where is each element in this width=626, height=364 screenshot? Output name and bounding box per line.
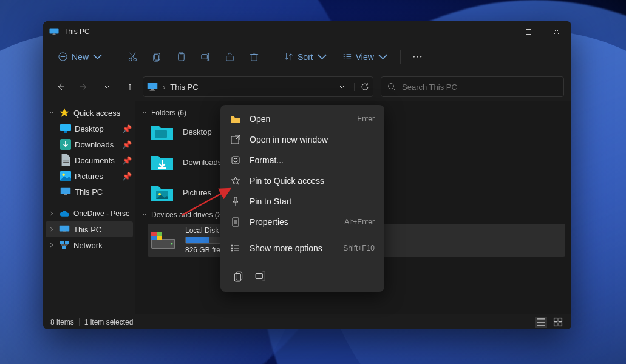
svg-rect-53 (63, 232, 66, 233)
folders-header-label: Folders (6) (151, 109, 186, 117)
chevron-down-icon (92, 52, 103, 62)
up-button[interactable] (120, 76, 140, 97)
document-icon (60, 155, 71, 165)
svg-point-41 (389, 84, 394, 89)
chevron-down-icon[interactable] (141, 110, 148, 116)
download-icon (60, 140, 71, 149)
svg-rect-0 (50, 29, 59, 34)
svg-rect-43 (60, 124, 71, 131)
svg-point-72 (234, 158, 237, 162)
search-icon (387, 83, 396, 91)
ctx-format[interactable]: Format... (224, 150, 381, 170)
pin-icon (230, 196, 241, 207)
view-button[interactable]: View (336, 46, 394, 68)
svg-rect-51 (64, 194, 67, 195)
sidebar-item-downloads[interactable]: Downloads 📌 (46, 136, 133, 152)
new-button[interactable]: New (52, 46, 109, 68)
this-pc-icon (49, 28, 59, 35)
delete-button[interactable] (243, 46, 265, 68)
this-pc-icon (60, 187, 71, 197)
toolbar: New Sort View (43, 42, 571, 72)
share-button[interactable] (219, 46, 240, 68)
sort-label: Sort (298, 52, 313, 62)
copy-icon[interactable] (233, 270, 245, 282)
refresh-button[interactable] (354, 83, 369, 91)
forward-button[interactable] (73, 76, 94, 97)
chevron-right-icon[interactable] (48, 211, 55, 217)
folder-label: Downloads (183, 158, 222, 167)
folder-label: Desktop (183, 127, 212, 136)
address-bar[interactable]: › This PC (143, 76, 373, 97)
svg-point-34 (420, 56, 421, 57)
close-button[interactable] (542, 21, 570, 42)
sidebar-network[interactable]: Network (46, 237, 133, 253)
new-label: New (72, 52, 89, 62)
open-new-window-icon (230, 134, 241, 145)
ctx-properties[interactable]: Properties Alt+Enter (224, 212, 381, 232)
pin-icon: 📌 (122, 140, 129, 149)
ctx-open-new-window[interactable]: Open in new window (224, 129, 381, 150)
sort-button[interactable]: Sort (277, 46, 333, 68)
rename-icon[interactable] (254, 270, 267, 282)
sidebar-item-desktop[interactable]: Desktop 📌 (46, 121, 133, 136)
svg-rect-52 (60, 226, 70, 232)
svg-point-63 (171, 243, 173, 245)
svg-point-49 (62, 174, 65, 177)
svg-rect-94 (554, 318, 557, 321)
sidebar-quick-access[interactable]: Quick access (46, 105, 133, 121)
minimize-button[interactable] (486, 21, 514, 42)
sidebar-onedrive[interactable]: OneDrive - Personal (46, 206, 133, 221)
format-icon (230, 155, 241, 166)
svg-point-11 (133, 58, 136, 61)
tiles-view-toggle[interactable] (552, 317, 564, 328)
more-button[interactable] (407, 46, 429, 68)
rename-button[interactable] (194, 46, 216, 68)
navigation-row: › This PC (43, 72, 571, 101)
details-view-toggle[interactable] (535, 317, 547, 328)
drives-header-label: Devices and drives (2) (151, 211, 223, 219)
sidebar-item-thispc[interactable]: This PC (46, 184, 133, 200)
sidebar-item-pictures[interactable]: Pictures 📌 (46, 168, 133, 184)
properties-icon (230, 217, 241, 228)
maximize-button[interactable] (514, 21, 542, 42)
copy-button[interactable] (146, 46, 168, 68)
chevron-down-icon (378, 52, 388, 62)
svg-line-42 (393, 89, 395, 90)
cut-button[interactable] (121, 46, 143, 68)
address-path: This PC (170, 83, 198, 92)
svg-rect-55 (65, 241, 69, 244)
status-bar: 8 items 1 item selected (43, 314, 571, 329)
sidebar-label: This PC (73, 225, 129, 234)
svg-rect-18 (201, 55, 206, 59)
ctx-show-more[interactable]: Show more options Shift+F10 (224, 238, 381, 258)
svg-rect-50 (61, 188, 71, 194)
folder-icon (150, 183, 174, 202)
svg-rect-54 (60, 241, 64, 244)
svg-rect-56 (62, 246, 66, 249)
sidebar-item-documents[interactable]: Documents 📌 (46, 152, 133, 168)
svg-rect-46 (63, 160, 69, 160)
svg-line-70 (236, 135, 240, 140)
ctx-open[interactable]: Open Enter (224, 109, 381, 129)
chevron-down-icon[interactable] (48, 110, 55, 116)
chevron-down-icon[interactable] (338, 83, 345, 90)
chevron-right-icon[interactable] (48, 242, 55, 248)
chevron-right-icon[interactable] (48, 226, 55, 232)
svg-point-32 (413, 56, 415, 57)
back-button[interactable] (50, 76, 71, 97)
search-input[interactable] (402, 83, 557, 92)
sidebar-thispc[interactable]: This PC (46, 221, 133, 237)
ctx-pin-start[interactable]: Pin to Start (224, 191, 381, 212)
search-bar[interactable] (381, 76, 564, 97)
folder-open-icon (230, 113, 241, 124)
ctx-pin-quick-access[interactable]: Pin to Quick access (224, 170, 381, 191)
svg-line-13 (129, 53, 134, 58)
chevron-down-icon[interactable] (141, 212, 148, 218)
desktop-icon (60, 124, 71, 133)
recent-locations-button[interactable] (97, 76, 117, 97)
svg-rect-47 (63, 162, 69, 163)
status-selected-count: 1 item selected (84, 318, 134, 326)
paste-button[interactable] (170, 46, 192, 68)
sidebar-label: This PC (75, 187, 129, 197)
this-pc-icon (59, 224, 70, 234)
